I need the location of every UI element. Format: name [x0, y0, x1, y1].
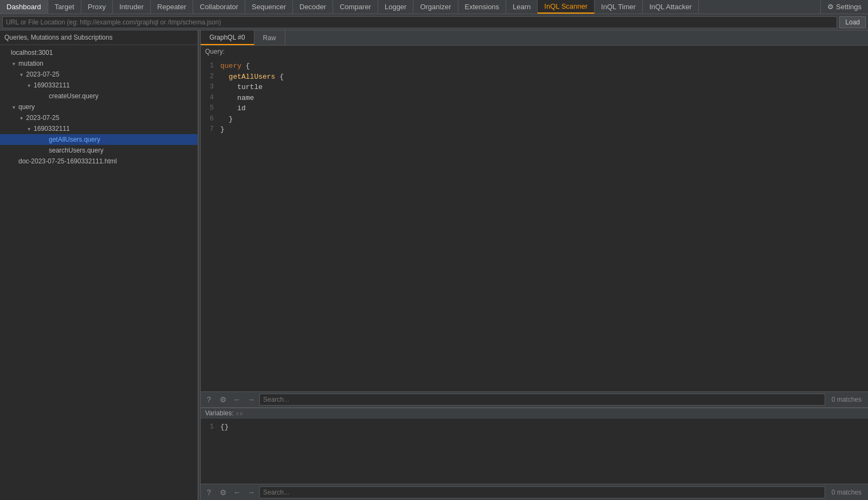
code-line-3: 3 turtle	[205, 82, 864, 93]
nav-extensions[interactable]: Extensions	[458, 0, 507, 14]
tree-item-localhost[interactable]: localhost:3001	[0, 47, 197, 58]
search-input-top[interactable]	[259, 394, 825, 406]
bottom-search-bar: ? ⚙ ← → 0 matches	[201, 484, 868, 500]
nav-inql-timer[interactable]: InQL Timer	[595, 0, 643, 14]
nav-proxy[interactable]: Proxy	[81, 0, 113, 14]
top-search-bar: ? ⚙ ← → 0 matches	[201, 391, 868, 408]
nav-collaborator[interactable]: Collaborator	[193, 0, 245, 14]
tab-graphql[interactable]: GraphQL #0	[201, 30, 254, 45]
nav-logger[interactable]: Logger	[378, 0, 413, 14]
var-code-line-1: 1 {}	[205, 422, 864, 433]
variables-code: 1 {}	[201, 419, 868, 436]
variables-divider: Variables: ∧∨	[201, 408, 868, 419]
nav-comparer[interactable]: Comparer	[333, 0, 378, 14]
tree-item-search-users[interactable]: searchUsers.query	[0, 145, 197, 156]
tree-item-date-mutation[interactable]: ▾ 2023-07-25	[0, 69, 197, 80]
variables-label: Variables:	[205, 409, 233, 417]
tree-item-create-user[interactable]: createUser.query	[0, 91, 197, 102]
help-icon-bottom[interactable]: ?	[203, 486, 215, 498]
sidebar-title: Queries, Mutations and Subscriptions	[0, 30, 197, 45]
code-line-1: 1 query {	[205, 61, 864, 72]
tree-item-query[interactable]: ▾ query	[0, 102, 197, 112]
query-code-area[interactable]: 1 query { 2 getAllUsers { 3 turtle 4 nam…	[201, 58, 868, 391]
sidebar-tree: localhost:3001 ▾ mutation ▾ 2023-07-25	[0, 45, 197, 500]
code-line-6: 6 }	[205, 114, 864, 125]
settings-icon-bottom[interactable]: ⚙	[217, 486, 229, 498]
tree-item-get-all-users[interactable]: getAllUsers.query	[0, 134, 197, 145]
code-line-4: 4 name	[205, 93, 864, 104]
nav-target[interactable]: Target	[48, 0, 81, 14]
url-bar: Load	[0, 14, 868, 30]
matches-label-top: 0 matches	[827, 396, 866, 403]
nav-inql-scanner[interactable]: InQL Scanner	[538, 0, 595, 14]
nav-inql-attacker[interactable]: InQL Attacker	[643, 0, 699, 14]
nav-learn[interactable]: Learn	[506, 0, 538, 14]
nav-intruder[interactable]: Intruder	[113, 0, 151, 14]
prev-match-button-top[interactable]: ←	[231, 394, 243, 406]
nav-organizer[interactable]: Organizer	[413, 0, 458, 14]
settings-button[interactable]: ⚙ Settings	[820, 0, 868, 14]
right-panel: GraphQL #0 Raw Query: 1 query { 2 getAll…	[201, 30, 868, 500]
code-line-7: 7 }	[205, 124, 864, 135]
settings-icon-top[interactable]: ⚙	[217, 394, 229, 406]
divider-arrows[interactable]: ∧∨	[235, 410, 243, 416]
next-match-button-bottom[interactable]: →	[245, 486, 257, 498]
nav-dashboard[interactable]: Dashboard	[0, 0, 48, 14]
query-label: Query:	[201, 46, 868, 58]
main-layout: Queries, Mutations and Subscriptions loc…	[0, 30, 868, 500]
variables-section[interactable]: 1 {}	[201, 419, 868, 484]
tab-bar: GraphQL #0 Raw	[201, 30, 868, 46]
top-nav-bar: Dashboard Target Proxy Intruder Repeater…	[0, 0, 868, 14]
url-input[interactable]	[2, 16, 837, 28]
tree-item-date-query[interactable]: ▾ 2023-07-25	[0, 112, 197, 123]
load-button[interactable]: Load	[839, 16, 866, 28]
next-match-button-top[interactable]: →	[245, 394, 257, 406]
prev-match-button-bottom[interactable]: ←	[231, 486, 243, 498]
query-section: Query: 1 query { 2 getAllUsers { 3 turtl…	[201, 46, 868, 391]
nav-decoder[interactable]: Decoder	[293, 0, 333, 14]
tree-item-doc[interactable]: doc-2023-07-25-1690332111.html	[0, 156, 197, 167]
tab-raw[interactable]: Raw	[254, 30, 285, 45]
tree-item-id-query[interactable]: ▾ 1690332111	[0, 123, 197, 134]
code-line-5: 5 id	[205, 103, 864, 114]
matches-label-bottom: 0 matches	[827, 489, 866, 496]
help-icon-top[interactable]: ?	[203, 394, 215, 406]
tree-item-id-mutation[interactable]: ▾ 1690332111	[0, 80, 197, 91]
nav-sequencer[interactable]: Sequencer	[245, 0, 293, 14]
tree-item-mutation[interactable]: ▾ mutation	[0, 58, 197, 69]
nav-repeater[interactable]: Repeater	[151, 0, 193, 14]
sidebar: Queries, Mutations and Subscriptions loc…	[0, 30, 198, 500]
code-line-2: 2 getAllUsers {	[205, 72, 864, 83]
search-input-bottom[interactable]	[259, 486, 825, 498]
